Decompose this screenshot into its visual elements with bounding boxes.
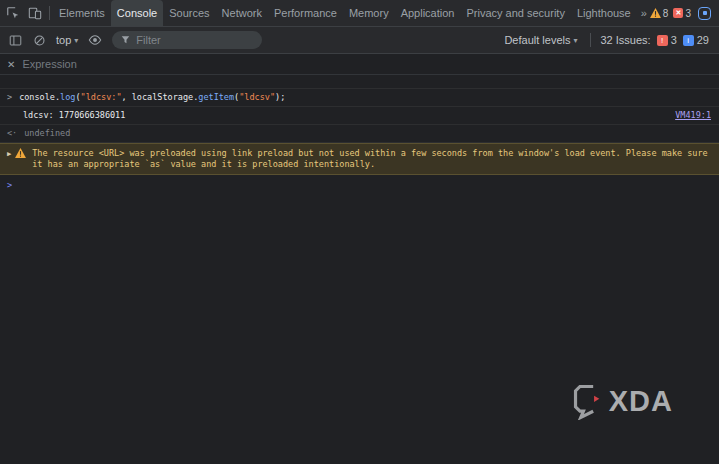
return-value: undefined [24, 128, 711, 139]
console-warning-row: ▶ The resource <URL> was preloaded using… [0, 143, 719, 175]
prompt-chevron: > [7, 180, 12, 191]
warning-triangle-icon [650, 8, 661, 18]
tab-privacy-and-security[interactable]: Privacy and security [460, 0, 570, 27]
device-toolbar-icon[interactable] [24, 2, 46, 24]
console-sidebar-icon[interactable] [4, 29, 26, 51]
expand-triangle-icon[interactable]: ▶ [7, 149, 11, 160]
console-input-echo-row: > console.log("ldcsv:", localStorage.get… [0, 88, 719, 107]
console-top-spacer [0, 75, 719, 88]
input-echo-chevron: > [7, 92, 12, 103]
console-toolbar: top ▾ Default levels ▾ 32 Issues: ! 3 i … [0, 27, 719, 54]
tab-memory[interactable]: Memory [343, 0, 395, 27]
tab-lighthouse[interactable]: Lighthouse [571, 0, 637, 27]
log-output-text: ldcsv: 1770666386011 [7, 110, 665, 121]
warnings-badge[interactable]: 8 [650, 8, 669, 19]
filter-input[interactable] [134, 33, 253, 47]
console-input-code: console.log("ldcsv:", localStorage.getIt… [19, 92, 711, 103]
xda-watermark: XDA [572, 383, 673, 420]
toolbar-divider [49, 6, 50, 20]
log-levels-dropdown[interactable]: Default levels ▾ [500, 34, 581, 46]
funnel-icon [121, 35, 130, 45]
warning-count: 8 [663, 8, 669, 19]
more-tabs-button[interactable]: » [637, 7, 650, 19]
ai-assistance-icon[interactable] [696, 2, 714, 24]
issue-info-icon: i [683, 35, 694, 46]
tab-network[interactable]: Network [216, 0, 268, 27]
warning-message-text: The resource <URL> was preloaded using l… [32, 148, 711, 170]
tab-elements[interactable]: Elements [53, 0, 111, 27]
xda-logo-icon [572, 383, 602, 420]
console-filter-pill[interactable] [112, 31, 262, 49]
issue-error-icon: ! [657, 35, 668, 46]
errors-badge[interactable]: ✕ 3 [673, 8, 691, 19]
console-return-value-row: <· undefined [0, 125, 719, 143]
expression-placeholder[interactable]: Expression [22, 58, 76, 70]
issue-error-count: 3 [671, 34, 677, 46]
frame-context-dropdown[interactable]: top ▾ [52, 34, 82, 46]
toolbar-divider [590, 33, 591, 47]
devtools-tabbar: ElementsConsoleSourcesNetworkPerformance… [0, 0, 719, 27]
console-toolbar-right: Default levels ▾ 32 Issues: ! 3 i 29 [500, 33, 715, 47]
live-expression-eye-icon[interactable] [84, 29, 106, 51]
issue-info-count: 29 [697, 34, 709, 46]
console-prompt-row[interactable]: > [0, 175, 719, 194]
warning-triangle-icon [15, 148, 26, 161]
console-messages: > console.log("ldcsv:", localStorage.get… [0, 75, 719, 194]
devtools-tabs: ElementsConsoleSourcesNetworkPerformance… [53, 0, 637, 27]
tab-console[interactable]: Console [111, 0, 163, 27]
tabbar-right-controls: 8 ✕ 3 ⚙ ⋮ ✕ [650, 2, 719, 24]
live-expression-bar: ✕ Expression [0, 54, 719, 75]
issues-info-badge[interactable]: i 29 [683, 34, 709, 46]
tab-application[interactable]: Application [395, 0, 461, 27]
error-icon: ✕ [673, 8, 683, 18]
xda-watermark-text: XDA [609, 385, 673, 418]
close-expression-icon[interactable]: ✕ [7, 59, 15, 70]
issues-label: 32 Issues: [600, 34, 650, 46]
chevron-down-icon: ▾ [573, 36, 577, 45]
chevron-down-icon: ▾ [74, 36, 78, 45]
console-log-output-row: ldcsv: 1770666386011 VM419:1 [0, 107, 719, 125]
return-marker: <· [7, 128, 17, 139]
inspect-element-icon[interactable] [2, 2, 24, 24]
issues-errors-badge[interactable]: ! 3 [657, 34, 677, 46]
clear-console-icon[interactable] [28, 29, 50, 51]
source-location-link[interactable]: VM419:1 [665, 110, 711, 121]
tab-sources[interactable]: Sources [163, 0, 215, 27]
tab-performance[interactable]: Performance [268, 0, 343, 27]
error-count: 3 [685, 8, 691, 19]
